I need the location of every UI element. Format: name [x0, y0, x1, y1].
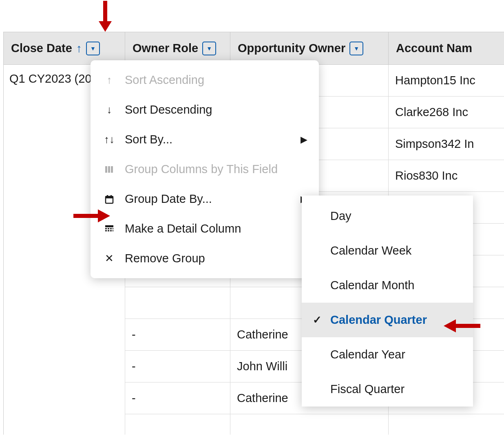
submenu-fiscal-quarter[interactable]: Fiscal Quarter: [302, 372, 473, 407]
table-cell: [230, 414, 388, 435]
menu-label: Sort Descending: [125, 103, 212, 116]
submenu-label: Calendar Quarter: [330, 313, 427, 327]
svg-rect-21: [113, 230, 113, 231]
chevron-down-icon: ▼: [90, 45, 96, 52]
table-cell: Clarke268 Inc: [389, 97, 504, 128]
column-menu-trigger[interactable]: ▼: [86, 42, 100, 55]
menu-label: Make a Detail Column: [125, 222, 241, 235]
table-header-row: Close Date ↑ ▼ Owner Role ▼ Opportunity …: [4, 32, 504, 65]
svg-rect-11: [107, 195, 108, 197]
chevron-down-icon: ▼: [354, 45, 359, 52]
svg-rect-10: [106, 196, 113, 198]
menu-label: Sort Ascending: [125, 73, 204, 87]
svg-rect-20: [110, 230, 112, 231]
svg-rect-18: [105, 230, 107, 231]
chevron-down-icon: ▼: [206, 45, 212, 52]
calendar-icon: [103, 194, 116, 204]
submenu-day[interactable]: Day: [302, 199, 473, 233]
menu-label: Group Date By...: [125, 192, 212, 206]
svg-marker-5: [444, 319, 456, 332]
menu-group-columns: Group Columns by This Field: [91, 154, 319, 184]
col-header-close-date[interactable]: Close Date ↑ ▼: [4, 32, 125, 64]
column-menu-trigger[interactable]: ▼: [202, 42, 216, 55]
table-icon: [103, 224, 116, 234]
col-label: Close Date: [11, 42, 72, 55]
sort-icon: ↑↓: [103, 133, 116, 146]
table-cell: Rios830 Inc: [389, 160, 504, 192]
svg-rect-19: [108, 230, 109, 231]
menu-sort-descending[interactable]: ↓ Sort Descending: [91, 95, 319, 125]
menu-group-date-by[interactable]: Group Date By... ▶: [91, 184, 319, 214]
chevron-right-icon: ▶: [301, 134, 307, 145]
submenu-label: Calendar Week: [330, 244, 411, 257]
svg-rect-14: [105, 228, 107, 229]
menu-label: Group Columns by This Field: [125, 163, 278, 176]
arrow-up-icon: ↑: [103, 74, 116, 86]
svg-rect-8: [111, 166, 113, 173]
col-header-owner-role[interactable]: Owner Role ▼: [125, 32, 230, 64]
columns-icon: [103, 165, 116, 174]
menu-sort-ascending: ↑ Sort Ascending: [91, 65, 319, 95]
col-label: Owner Role: [133, 42, 198, 55]
submenu-calendar-year[interactable]: Calendar Year: [302, 337, 473, 372]
menu-sort-by[interactable]: ↑↓ Sort By... ▶: [91, 125, 319, 154]
table-cell: [125, 414, 230, 435]
table-cell: Hampton15 Inc: [389, 65, 504, 97]
menu-label: Remove Group: [125, 252, 205, 265]
svg-rect-16: [110, 228, 112, 229]
submenu-calendar-week[interactable]: Calendar Week: [302, 233, 473, 268]
svg-rect-17: [113, 228, 113, 229]
table-cell: -: [125, 351, 230, 382]
close-icon: ✕: [103, 252, 116, 265]
submenu-label: Calendar Month: [330, 279, 414, 292]
annotation-arrow-down: [97, 0, 113, 32]
annotation-arrow-right-menu: [73, 208, 110, 224]
submenu-calendar-month[interactable]: Calendar Month: [302, 268, 473, 303]
annotation-arrow-left-submenu: [444, 318, 481, 334]
column-dropdown-menu: ↑ Sort Ascending ↓ Sort Descending ↑↓ So…: [91, 60, 319, 278]
svg-rect-6: [105, 166, 107, 173]
submenu-label: Calendar Year: [330, 348, 405, 361]
table-cell: -: [125, 319, 230, 351]
svg-rect-13: [105, 225, 113, 227]
svg-marker-3: [98, 209, 110, 222]
menu-make-detail-column[interactable]: Make a Detail Column: [91, 214, 319, 244]
sort-asc-indicator-icon: ↑: [76, 42, 82, 55]
table-cell: Simpson342 In: [389, 128, 504, 160]
submenu-label: Fiscal Quarter: [330, 382, 405, 396]
svg-rect-15: [108, 228, 109, 229]
col-label: Opportunity Owner: [238, 42, 345, 55]
col-label: Account Nam: [396, 42, 472, 55]
col-header-opportunity-owner[interactable]: Opportunity Owner ▼: [230, 32, 389, 64]
svg-marker-1: [99, 21, 112, 32]
col-header-account-name[interactable]: Account Nam: [389, 32, 504, 64]
submenu-label: Day: [330, 209, 351, 223]
column-menu-trigger[interactable]: ▼: [349, 42, 363, 55]
table-cell: [389, 414, 504, 435]
check-icon: ✓: [312, 314, 323, 326]
table-cell: -: [125, 382, 230, 414]
group-date-submenu: Day Calendar Week Calendar Month ✓ Calen…: [302, 196, 473, 407]
svg-rect-7: [108, 166, 110, 173]
menu-remove-group[interactable]: ✕ Remove Group: [91, 244, 319, 273]
svg-rect-12: [111, 195, 112, 197]
table-cell: [125, 287, 230, 319]
arrow-down-icon: ↓: [103, 103, 116, 116]
menu-label: Sort By...: [125, 133, 172, 146]
